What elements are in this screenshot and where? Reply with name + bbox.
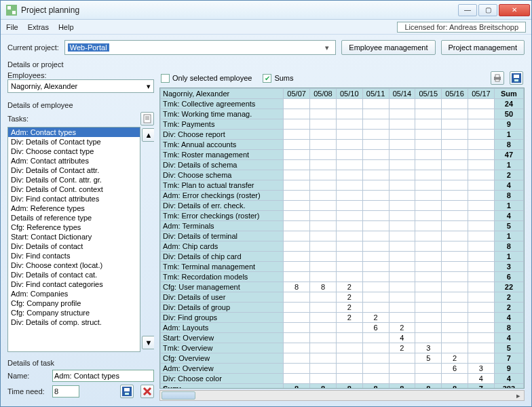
grid-cell[interactable] xyxy=(415,231,442,241)
grid-cell[interactable]: 2 xyxy=(336,292,362,303)
grid-cell[interactable] xyxy=(310,303,337,313)
grid-cell[interactable] xyxy=(284,130,310,140)
grid-cell[interactable] xyxy=(284,333,310,343)
grid-cell[interactable] xyxy=(442,211,468,221)
grid-cell[interactable] xyxy=(442,119,468,130)
grid-cell[interactable] xyxy=(415,140,442,150)
grid-cell[interactable] xyxy=(284,221,310,231)
grid-cell[interactable] xyxy=(442,231,468,241)
grid-cell[interactable] xyxy=(415,130,442,140)
grid-cell[interactable] xyxy=(389,191,415,201)
grid-cell[interactable] xyxy=(284,140,310,150)
grid-cell[interactable] xyxy=(389,262,415,272)
grid-cell[interactable] xyxy=(284,211,310,221)
grid-cell[interactable]: 2 xyxy=(336,282,362,292)
grid-cell[interactable] xyxy=(442,292,468,303)
grid-cell[interactable] xyxy=(468,292,495,303)
grid-row[interactable]: Div: Details of err. check.1 xyxy=(161,201,524,211)
grid-cell[interactable] xyxy=(310,374,337,384)
grid-cell[interactable] xyxy=(468,130,495,140)
grid-cell[interactable] xyxy=(389,119,415,130)
grid-cell[interactable] xyxy=(468,231,495,241)
grid-cell[interactable] xyxy=(442,130,468,140)
grid-cell[interactable] xyxy=(442,262,468,272)
grid-cell[interactable] xyxy=(362,99,389,109)
grid-cell[interactable] xyxy=(310,180,337,191)
grid-cell[interactable] xyxy=(336,109,362,119)
move-down-button[interactable]: ▼ xyxy=(142,336,154,349)
grid-cell[interactable] xyxy=(415,180,442,191)
grid-cell[interactable] xyxy=(415,292,442,303)
time-need-input[interactable] xyxy=(52,385,79,398)
grid-cell[interactable] xyxy=(468,140,495,150)
grid-cell[interactable] xyxy=(284,109,310,119)
grid-cell[interactable] xyxy=(310,211,337,221)
grid-cell[interactable] xyxy=(468,241,495,252)
task-item[interactable]: Adm: Contact types xyxy=(8,128,140,137)
grid-cell[interactable] xyxy=(310,272,337,282)
grid-cell[interactable] xyxy=(415,221,442,231)
grid-cell[interactable] xyxy=(442,191,468,201)
grid-cell[interactable] xyxy=(415,170,442,180)
task-item[interactable]: Adm: Companies xyxy=(8,289,140,298)
grid-cell[interactable] xyxy=(389,160,415,170)
grid-cell[interactable] xyxy=(336,119,362,130)
grid-cell[interactable] xyxy=(336,252,362,262)
task-item[interactable]: Cfg: Reference types xyxy=(8,222,140,232)
grid-cell[interactable] xyxy=(310,231,337,241)
grid-cell[interactable] xyxy=(336,221,362,231)
task-item[interactable]: Div: Details of Cont. context xyxy=(8,185,140,194)
grid-cell[interactable] xyxy=(310,241,337,252)
grid-cell[interactable] xyxy=(389,211,415,221)
sums-checkbox[interactable]: ✔ Sums xyxy=(263,74,293,83)
grid-cell[interactable] xyxy=(468,333,495,343)
grid-cell[interactable] xyxy=(362,282,389,292)
task-listbox[interactable]: Adm: Contact typesDiv: Details of Contac… xyxy=(7,127,140,352)
grid-cell[interactable] xyxy=(284,353,310,364)
grid-cell[interactable] xyxy=(442,374,468,384)
grid-row[interactable]: Tmk: Terminal management3 xyxy=(161,262,524,272)
grid-cell[interactable] xyxy=(415,109,442,119)
grid-cell[interactable] xyxy=(336,170,362,180)
grid-cell[interactable] xyxy=(336,353,362,364)
grid-row[interactable]: Div: Details of user22 xyxy=(161,292,524,303)
grid-cell[interactable] xyxy=(336,262,362,272)
grid-row[interactable]: Tmk: Collective agreements24 xyxy=(161,99,524,109)
grid-cell[interactable] xyxy=(442,272,468,282)
grid-cell[interactable] xyxy=(362,201,389,211)
grid-cell[interactable] xyxy=(336,343,362,353)
grid-row[interactable]: Adm: Layouts628 xyxy=(161,323,524,333)
grid-cell[interactable] xyxy=(468,160,495,170)
grid-cell[interactable] xyxy=(442,343,468,353)
grid-cell[interactable] xyxy=(362,211,389,221)
grid-cell[interactable] xyxy=(415,99,442,109)
grid-cell[interactable] xyxy=(389,221,415,231)
grid-cell[interactable] xyxy=(442,99,468,109)
grid-cell[interactable] xyxy=(415,252,442,262)
task-item[interactable]: Div: Details of Contact attr. xyxy=(8,166,140,175)
grid-cell[interactable] xyxy=(389,180,415,191)
grid-cell[interactable] xyxy=(415,364,442,374)
grid-cell[interactable] xyxy=(310,252,337,262)
grid-cell[interactable] xyxy=(284,262,310,272)
grid-cell[interactable] xyxy=(468,180,495,191)
grid-cell[interactable] xyxy=(442,150,468,160)
grid-cell[interactable] xyxy=(362,140,389,150)
employee-combo[interactable]: Nagorniy, Alexander ▾ xyxy=(7,79,154,93)
grid-cell[interactable] xyxy=(310,160,337,170)
grid-cell[interactable]: 8 xyxy=(310,282,337,292)
grid-row[interactable]: Adm: Terminals5 xyxy=(161,221,524,231)
grid-row[interactable]: Div: Details of schema1 xyxy=(161,160,524,170)
grid-cell[interactable] xyxy=(336,323,362,333)
grid-cell[interactable] xyxy=(362,191,389,201)
grid-row[interactable]: Tmk: Annual accounts8 xyxy=(161,140,524,150)
grid-cell[interactable]: 2 xyxy=(389,343,415,353)
grid-cell[interactable] xyxy=(415,374,442,384)
task-item[interactable]: Adm: Reference types xyxy=(8,204,140,213)
grid-cell[interactable] xyxy=(284,180,310,191)
task-item[interactable]: Details of reference type xyxy=(8,213,140,222)
grid-cell[interactable] xyxy=(336,374,362,384)
grid-cell[interactable] xyxy=(336,241,362,252)
maximize-button[interactable]: ▢ xyxy=(478,4,497,16)
grid-cell[interactable] xyxy=(415,262,442,272)
